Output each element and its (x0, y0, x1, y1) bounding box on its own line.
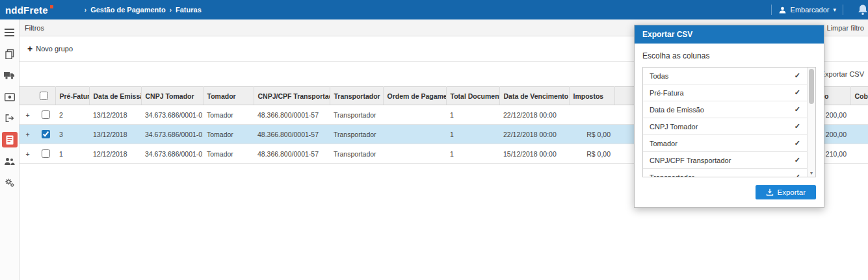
row-expand-button[interactable]: + (20, 105, 36, 125)
cell-cnpj-tomador: 34.673.686/0001-01 (141, 144, 203, 164)
col-label: Transportador (334, 92, 380, 100)
col-label: Tomador (207, 92, 236, 100)
col-pre-fatura[interactable]: Pré-Fatura (55, 87, 89, 105)
column-option-tomador[interactable]: Tomador ✓ (643, 135, 807, 152)
col-total-documentos[interactable]: Total Documentos (446, 87, 499, 105)
truck-icon (4, 71, 15, 80)
divider (843, 5, 843, 15)
copy-icon (5, 49, 15, 59)
cell-total-documentos: 1 (446, 144, 499, 164)
gears-icon (5, 178, 15, 188)
breadcrumb-faturas[interactable]: Faturas (176, 6, 202, 14)
cell-data-vencimento: 15/12/2018 00:00 (499, 144, 569, 164)
option-label: CNPJ/CPF Transportador (650, 157, 731, 164)
filters-title: Filtros (25, 24, 44, 32)
col-label: CNPJ/CPF Transportador (258, 92, 330, 100)
cell-cnpj-cpf-transportador: 48.366.800/0001-57 (254, 125, 330, 144)
col-label: Impostos (573, 92, 604, 100)
column-option-data-emissao[interactable]: Data de Emissão ✓ (643, 101, 807, 118)
divider (771, 5, 772, 15)
sidebar-item-pedagio[interactable] (2, 89, 18, 105)
cell-cnpj-cpf-transportador: 48.366.800/0001-57 (254, 105, 330, 125)
col-cnpj-tomador[interactable]: CNPJ Tomador (141, 87, 203, 105)
cell-transportador: Transportador (330, 125, 383, 144)
chevron-right-icon: › (170, 6, 172, 14)
menu-toggle-button[interactable] (2, 25, 18, 40)
cell-ordem-pagamento (383, 105, 446, 125)
cell-data-emissao: 12/12/2018 (89, 144, 141, 164)
row-expand-button[interactable]: + (20, 125, 36, 144)
cell-pre-fatura: 3 (55, 125, 89, 144)
users-icon (4, 157, 15, 166)
cell-impostos: R$ 0,00 (569, 144, 614, 164)
plus-icon: + (27, 44, 33, 53)
col-data-emissao[interactable]: Data de Emissão↓ (89, 87, 141, 105)
sidebar-item-frete[interactable] (2, 68, 18, 83)
column-option-cnpj-tomador[interactable]: CNPJ Tomador ✓ (643, 118, 807, 135)
col-impostos[interactable]: Impostos (569, 87, 614, 105)
col-cnpj-cpf-transportador[interactable]: CNPJ/CPF Transportador (254, 87, 330, 105)
export-csv-modal: Exportar CSV Escolha as colunas Todas ✓ … (634, 25, 824, 208)
option-label: CNPJ Tomador (650, 123, 698, 131)
breadcrumb-gestao-pagamento[interactable]: Gestão de Pagamento (90, 6, 166, 14)
row-checkbox[interactable] (42, 149, 50, 158)
notifications-button[interactable] (856, 3, 868, 16)
col-tomador[interactable]: Tomador (203, 87, 254, 105)
hamburger-icon (5, 29, 14, 37)
column-option-transportador[interactable]: Transportador ✓ (643, 169, 807, 177)
col-label: Pré-Fatura (60, 92, 90, 100)
chevron-down-icon: ▾ (833, 6, 836, 13)
column-option-pre-fatura[interactable]: Pré-Fatura ✓ (643, 84, 807, 101)
col-label: Cobrança (855, 92, 868, 100)
sidebar-item-configuracoes[interactable] (2, 175, 18, 190)
sidebar-item-usuarios[interactable] (2, 153, 18, 169)
check-icon: ✓ (795, 105, 800, 114)
sidebar-item-documents[interactable] (2, 46, 18, 62)
row-expand-button[interactable]: + (20, 144, 36, 164)
col-select-all[interactable] (36, 87, 55, 105)
option-label: Transportador (650, 173, 694, 178)
scrollbar-thumb[interactable] (809, 69, 814, 104)
col-label: Data de Emissão (94, 92, 142, 100)
chevron-right-icon: › (85, 6, 86, 14)
modal-subtitle: Escolha as colunas (642, 51, 816, 60)
money-icon (5, 93, 15, 101)
check-icon: ✓ (795, 156, 800, 164)
new-group-button[interactable]: + Novo grupo (27, 44, 73, 53)
cell-impostos (569, 105, 614, 125)
select-all-checkbox[interactable] (40, 92, 48, 100)
option-label: Todas (650, 72, 668, 80)
user-menu[interactable]: Embarcador ▾ (778, 6, 836, 14)
col-transportador[interactable]: Transportador (330, 87, 383, 105)
row-checkbox[interactable] (42, 130, 50, 138)
clear-filter-label: Limpar filtro (827, 24, 864, 32)
export-button[interactable]: Exportar (756, 185, 816, 199)
scrollbar[interactable]: ▾ (807, 68, 815, 177)
download-icon (766, 188, 774, 196)
column-option-todas[interactable]: Todas ✓ (643, 68, 807, 84)
new-group-label: Novo grupo (36, 45, 73, 53)
cell-cobranca (850, 105, 868, 125)
user-menu-label: Embarcador (791, 6, 830, 14)
row-checkbox[interactable] (42, 110, 50, 119)
check-icon: ✓ (795, 139, 800, 147)
breadcrumb: › Gestão de Pagamento › Faturas (85, 6, 202, 14)
col-ordem-pagamento[interactable]: Ordem de Pagamento (383, 87, 446, 105)
cell-data-emissao: 13/12/2018 (89, 125, 141, 144)
bell-icon (856, 3, 868, 16)
sidebar-item-exportacao[interactable] (2, 110, 18, 126)
option-label: Data de Emissão (650, 106, 704, 114)
cell-pre-fatura: 2 (55, 105, 89, 125)
col-cobranca[interactable]: Cobrança (850, 87, 868, 105)
cell-transportador: Transportador (330, 144, 383, 164)
invoice-icon (5, 135, 14, 145)
sidebar-item-gestao-pagamento-active[interactable] (2, 132, 18, 147)
scrollbar-down-arrow[interactable]: ▾ (808, 170, 815, 177)
user-icon (778, 6, 787, 14)
brand-mark-icon (50, 5, 53, 8)
check-icon: ✓ (795, 71, 800, 80)
cell-pre-fatura: 1 (55, 144, 89, 164)
column-option-cnpj-cpf-transportador[interactable]: CNPJ/CPF Transportador ✓ (643, 152, 807, 169)
col-data-vencimento[interactable]: Data de Vencimento (499, 87, 569, 105)
cell-total-documentos: 1 (446, 105, 499, 125)
